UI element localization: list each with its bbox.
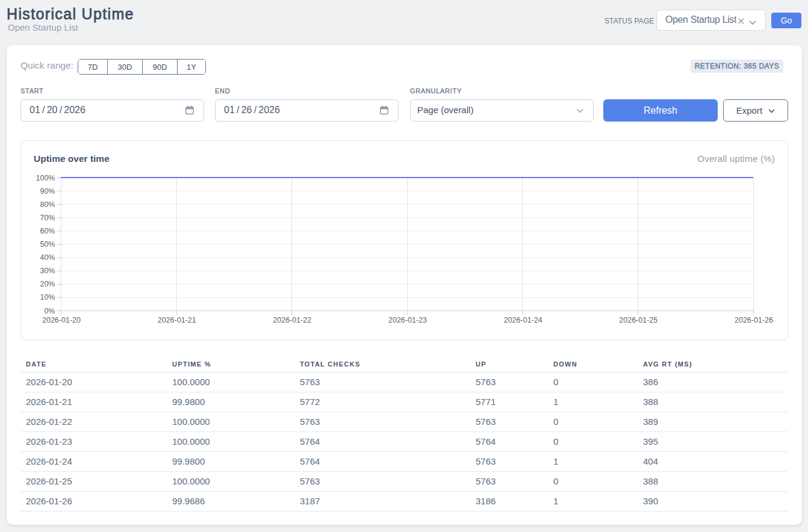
svg-text:2026-01-20: 2026-01-20 <box>42 316 81 324</box>
svg-text:40%: 40% <box>40 253 55 262</box>
svg-text:2026-01-21: 2026-01-21 <box>158 316 196 324</box>
svg-text:60%: 60% <box>40 227 55 235</box>
svg-text:50%: 50% <box>40 240 55 249</box>
svg-text:2026-01-23: 2026-01-23 <box>388 316 427 324</box>
svg-text:30%: 30% <box>40 267 55 275</box>
svg-text:10%: 10% <box>40 293 55 302</box>
svg-text:2026-01-25: 2026-01-25 <box>619 316 657 324</box>
svg-text:80%: 80% <box>40 200 55 209</box>
svg-text:90%: 90% <box>40 187 55 196</box>
svg-text:20%: 20% <box>40 280 55 288</box>
svg-text:2026-01-24: 2026-01-24 <box>504 316 542 324</box>
svg-text:70%: 70% <box>40 214 55 222</box>
svg-text:2026-01-26: 2026-01-26 <box>735 316 773 324</box>
svg-text:2026-01-22: 2026-01-22 <box>273 316 311 324</box>
svg-text:0%: 0% <box>44 307 55 315</box>
svg-text:100%: 100% <box>36 174 55 182</box>
